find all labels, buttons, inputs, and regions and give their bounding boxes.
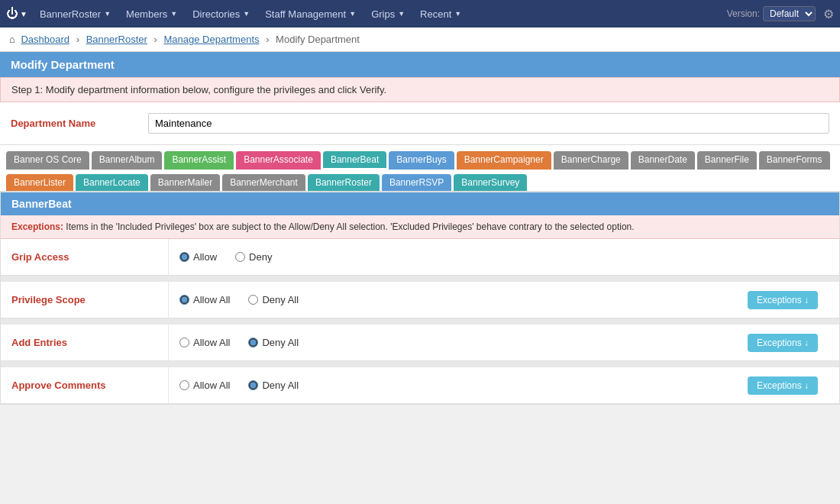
privilege-options: Allow AllDeny AllExceptions ↓ bbox=[169, 326, 839, 360]
privilege-option[interactable]: Deny All bbox=[248, 380, 299, 391]
module-tab-bannerforms[interactable]: BannerForms bbox=[759, 151, 830, 170]
privilege-label: Grip Access bbox=[1, 239, 169, 275]
breadcrumb-manage-departments[interactable]: Manage Departments bbox=[164, 34, 260, 45]
privilege-options: Allow AllDeny AllExceptions ↓ bbox=[169, 369, 839, 402]
nav-item-members[interactable]: Members ▼ bbox=[118, 0, 185, 27]
privilege-radio[interactable] bbox=[179, 338, 189, 347]
privilege-option-label: Deny All bbox=[262, 380, 299, 391]
privilege-option-label: Allow All bbox=[193, 294, 230, 305]
privilege-radio[interactable] bbox=[179, 380, 189, 390]
privilege-option-label: Deny All bbox=[262, 337, 299, 348]
breadcrumb-bannerroster[interactable]: BannerRoster bbox=[86, 34, 147, 45]
row-separator bbox=[1, 318, 839, 325]
module-tabs: Banner OS CoreBannerAlbumBannerAssistBan… bbox=[0, 145, 840, 192]
privilege-option[interactable]: Deny All bbox=[248, 337, 299, 348]
caret-icon: ▼ bbox=[104, 10, 111, 18]
module-content-header: BannerBeat bbox=[1, 192, 839, 215]
row-separator bbox=[1, 276, 839, 282]
module-tab-bannerlocate[interactable]: BannerLocate bbox=[76, 174, 148, 191]
nav-item-staff-management[interactable]: Staff Management ▼ bbox=[257, 0, 363, 27]
caret-icon: ▼ bbox=[398, 10, 405, 18]
module-tab-banneralbum[interactable]: BannerAlbum bbox=[92, 151, 163, 170]
privilege-label: Add Entries bbox=[1, 325, 169, 360]
privilege-option[interactable]: Allow bbox=[179, 251, 217, 263]
privilege-row: Approve CommentsAllow AllDeny AllExcepti… bbox=[1, 367, 839, 404]
module-tab-bannerrsvp[interactable]: BannerRSVP bbox=[382, 174, 451, 191]
exceptions-button[interactable]: Exceptions ↓ bbox=[748, 376, 818, 395]
page-header: Modify Department bbox=[0, 52, 840, 77]
settings-icon[interactable]: ⚙ bbox=[823, 7, 834, 21]
row-separator bbox=[1, 361, 839, 367]
breadcrumb-dashboard[interactable]: Dashboard bbox=[21, 34, 69, 45]
nav-item-grips[interactable]: Grips ▼ bbox=[363, 0, 412, 27]
privilege-label: Approve Comments bbox=[1, 367, 169, 403]
caret-icon: ▼ bbox=[349, 10, 356, 18]
top-navigation: ⏻ ▼ BannerRoster ▼ Members ▼ Directories… bbox=[0, 0, 840, 27]
department-name-section: Department Name bbox=[0, 102, 840, 145]
privilege-options: Allow AllDeny AllExceptions ↓ bbox=[169, 283, 839, 317]
privilege-option-label: Allow All bbox=[193, 337, 230, 348]
privilege-option-label: Deny bbox=[249, 251, 272, 263]
nav-item-bannerroster[interactable]: BannerRoster ▼ bbox=[32, 0, 118, 27]
power-icon: ⏻ bbox=[6, 7, 18, 21]
version-select[interactable]: Default bbox=[763, 6, 816, 21]
module-tab-bannerlister[interactable]: BannerLister bbox=[6, 174, 73, 191]
nav-item-directories[interactable]: Directories ▼ bbox=[185, 0, 257, 27]
power-button[interactable]: ⏻ ▼ bbox=[6, 7, 27, 21]
privilege-radio[interactable] bbox=[179, 295, 189, 305]
privilege-option[interactable]: Allow All bbox=[179, 380, 230, 391]
breadcrumb-sep-1: › bbox=[76, 34, 79, 45]
privilege-rows: Grip AccessAllowDenyPrivilege ScopeAllow… bbox=[1, 239, 839, 404]
version-label: Version: bbox=[727, 8, 760, 19]
module-tab-bannerdate[interactable]: BannerDate bbox=[631, 151, 695, 170]
privilege-option[interactable]: Deny All bbox=[248, 294, 299, 305]
module-tab-bannerassociate[interactable]: BannerAssociate bbox=[236, 151, 321, 170]
breadcrumb-sep-2: › bbox=[154, 34, 157, 45]
step-info: Step 1: Modify department information be… bbox=[0, 77, 840, 102]
nav-item-recent[interactable]: Recent ▼ bbox=[412, 0, 469, 27]
page-title: Modify Department bbox=[11, 58, 115, 71]
module-tab-bannermailer[interactable]: BannerMailer bbox=[150, 174, 220, 191]
privilege-option-label: Allow bbox=[193, 251, 217, 263]
module-tab-bannercharge[interactable]: BannerCharge bbox=[554, 151, 628, 170]
privilege-row: Grip AccessAllowDeny bbox=[1, 239, 839, 276]
breadcrumb: ⌂ Dashboard › BannerRoster › Manage Depa… bbox=[0, 27, 840, 52]
privilege-radio[interactable] bbox=[179, 252, 189, 262]
privilege-radio[interactable] bbox=[235, 252, 245, 262]
department-name-label: Department Name bbox=[11, 118, 133, 129]
module-content: BannerBeat Exceptions: Items in the 'Inc… bbox=[0, 192, 840, 405]
module-tab-banner-os-core[interactable]: Banner OS Core bbox=[6, 151, 89, 170]
module-tab-bannerroster[interactable]: BannerRoster bbox=[308, 174, 380, 191]
privilege-row: Add EntriesAllow AllDeny AllExceptions ↓ bbox=[1, 325, 839, 361]
exception-note: Exceptions: Items in the 'Included Privi… bbox=[1, 215, 839, 239]
privilege-radio[interactable] bbox=[248, 380, 258, 390]
breadcrumb-sep-3: › bbox=[266, 34, 269, 45]
module-tab-bannersurvey[interactable]: BannerSurvey bbox=[454, 174, 527, 191]
privilege-option[interactable]: Deny bbox=[235, 251, 272, 263]
privilege-options: AllowDeny bbox=[169, 244, 839, 270]
caret-icon: ▼ bbox=[454, 10, 461, 18]
privilege-label: Privilege Scope bbox=[1, 282, 169, 318]
privilege-radio[interactable] bbox=[248, 295, 258, 305]
exception-note-strong: Exceptions: bbox=[11, 221, 63, 232]
exceptions-button[interactable]: Exceptions ↓ bbox=[748, 291, 818, 309]
department-name-input[interactable] bbox=[148, 113, 829, 134]
module-tab-bannercampaigner[interactable]: BannerCampaigner bbox=[457, 151, 551, 170]
privilege-radio[interactable] bbox=[248, 338, 258, 347]
power-caret: ▼ bbox=[20, 10, 27, 18]
privilege-option[interactable]: Allow All bbox=[179, 294, 230, 305]
module-tab-bannerbuys[interactable]: BannerBuys bbox=[389, 151, 454, 170]
privilege-option[interactable]: Allow All bbox=[179, 337, 230, 348]
privilege-option-label: Allow All bbox=[193, 380, 230, 391]
caret-icon: ▼ bbox=[170, 10, 177, 18]
module-tab-bannerfile[interactable]: BannerFile bbox=[697, 151, 757, 170]
caret-icon: ▼ bbox=[243, 10, 250, 18]
privilege-option-label: Deny All bbox=[262, 294, 299, 305]
privilege-row: Privilege ScopeAllow AllDeny AllExceptio… bbox=[1, 282, 839, 318]
exceptions-button[interactable]: Exceptions ↓ bbox=[748, 334, 818, 352]
exception-note-text: Items in the 'Included Privileges' box a… bbox=[66, 221, 634, 232]
module-tab-bannerbeat[interactable]: BannerBeat bbox=[323, 151, 386, 170]
module-tab-bannerassist[interactable]: BannerAssist bbox=[164, 151, 234, 170]
module-tab-bannermerchant[interactable]: BannerMerchant bbox=[222, 174, 305, 191]
home-icon: ⌂ bbox=[9, 34, 15, 45]
